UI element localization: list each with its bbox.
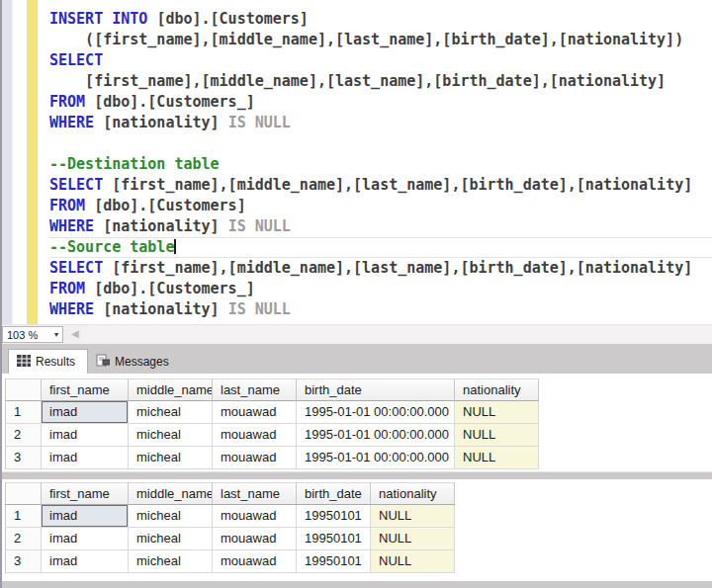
- code-area[interactable]: INSERT INTO [dbo].[Customers] ([first_na…: [49, 9, 712, 320]
- code-token: IS NULL: [228, 300, 291, 318]
- table-row: 2imadmichealmouawad19950101NULL: [5, 528, 455, 550]
- tab-results[interactable]: Results: [8, 349, 88, 374]
- bottom-strip: [2, 581, 712, 588]
- grid-cell[interactable]: 19950101: [297, 528, 371, 550]
- row-number[interactable]: 3: [5, 550, 42, 573]
- tab-results-label: Results: [36, 355, 75, 369]
- grid-cell[interactable]: 19950101: [297, 505, 371, 528]
- zoom-level-dropdown[interactable]: 103 % ▾: [2, 326, 63, 343]
- grid-cell[interactable]: mouawad: [213, 550, 297, 573]
- grid-cell[interactable]: mouawad: [213, 447, 297, 469]
- messages-icon: [96, 354, 110, 370]
- grid-cell[interactable]: micheal: [129, 505, 213, 528]
- code-line: SELECT [first_name],[middle_name],[last_…: [49, 258, 712, 279]
- grid-cell[interactable]: mouawad: [213, 528, 297, 550]
- tab-messages[interactable]: Messages: [88, 349, 181, 374]
- grid-cell[interactable]: imad: [42, 550, 129, 573]
- grid-splitter[interactable]: [2, 471, 712, 479]
- column-header-first_name[interactable]: first_name: [42, 482, 129, 505]
- code-token: IS NULL: [228, 114, 291, 131]
- grid-header-row: first_namemiddle_namelast_namebirth_date…: [5, 482, 455, 505]
- grid-cell[interactable]: 1995-01-01 00:00:00.000: [297, 401, 455, 424]
- code-line: [49, 133, 712, 154]
- grid-cell[interactable]: 1995-01-01 00:00:00.000: [297, 447, 455, 469]
- select-all-corner[interactable]: [5, 482, 42, 505]
- grid-cell[interactable]: NULL: [455, 401, 539, 424]
- row-number[interactable]: 2: [5, 528, 42, 550]
- table-row: 1imadmichealmouawad19950101NULL: [5, 505, 455, 528]
- grid-cell[interactable]: mouawad: [213, 401, 297, 424]
- code-token: FROM: [49, 280, 94, 297]
- code-line: FROM [dbo].[Customers_]: [49, 92, 712, 113]
- editor-bottom-bar: 103 % ▾ ◀: [2, 324, 712, 344]
- tab-messages-label: Messages: [115, 355, 169, 369]
- column-header-middle_name[interactable]: middle_name: [129, 482, 213, 505]
- grid-cell[interactable]: NULL: [455, 447, 539, 469]
- column-header-last_name[interactable]: last_name: [213, 482, 297, 505]
- grid-cell[interactable]: imad: [42, 505, 129, 528]
- editor-margin: [2, 0, 13, 324]
- row-number[interactable]: 1: [5, 505, 42, 528]
- code-token: WHERE: [49, 300, 103, 318]
- table-row: 2imadmichealmouawad1995-01-01 00:00:00.0…: [5, 424, 539, 447]
- row-number[interactable]: 3: [5, 447, 42, 469]
- code-line: [first_name],[middle_name],[last_name],[…: [49, 71, 712, 92]
- grid-cell[interactable]: micheal: [129, 424, 213, 447]
- grid-cell[interactable]: micheal: [129, 528, 213, 550]
- grid-cell[interactable]: mouawad: [213, 424, 297, 447]
- grid-cell[interactable]: 19950101: [297, 550, 371, 573]
- grid-header-row: first_namemiddle_namelast_namebirth_date…: [5, 378, 539, 401]
- grid-cell[interactable]: imad: [42, 401, 129, 424]
- code-token: [nationality]: [103, 300, 227, 318]
- sql-editor[interactable]: INSERT INTO [dbo].[Customers] ([first_na…: [2, 0, 712, 324]
- grid-cell[interactable]: micheal: [129, 447, 213, 469]
- results-grid-source: first_namemiddle_namelast_namebirth_date…: [5, 482, 455, 573]
- horizontal-scrollbar[interactable]: [81, 327, 712, 342]
- grid-cell[interactable]: mouawad: [213, 505, 297, 528]
- column-header-middle_name[interactable]: middle_name: [129, 378, 213, 401]
- code-line: WHERE [nationality] IS NULL: [49, 113, 712, 133]
- grid-cell[interactable]: micheal: [129, 550, 213, 573]
- grid-cell[interactable]: NULL: [371, 505, 455, 528]
- code-line: FROM [dbo].[Customers]: [49, 196, 712, 216]
- table-row: 3imadmichealmouawad1995-01-01 00:00:00.0…: [5, 447, 539, 469]
- code-token: [first_name],[middle_name],[last_name],[…: [49, 72, 666, 90]
- grid-cell[interactable]: imad: [42, 447, 129, 469]
- grid-cell[interactable]: NULL: [371, 528, 455, 550]
- code-line: --Destination table: [49, 154, 712, 175]
- grid-cell[interactable]: 1995-01-01 00:00:00.000: [297, 424, 455, 447]
- grid-cell[interactable]: imad: [42, 424, 129, 447]
- code-token: WHERE: [49, 114, 103, 131]
- grid-cell[interactable]: NULL: [455, 424, 539, 447]
- row-number[interactable]: 2: [5, 424, 42, 447]
- code-token: --Destination table: [49, 155, 220, 173]
- code-token: SELECT: [49, 176, 112, 194]
- results-grid-destination: first_namemiddle_namelast_namebirth_date…: [5, 378, 539, 469]
- scrollbar-left-arrow-icon[interactable]: ◀: [71, 328, 79, 339]
- column-header-first_name[interactable]: first_name: [42, 378, 129, 401]
- results-grid-icon: [17, 355, 31, 370]
- column-header-birth_date[interactable]: birth_date: [297, 378, 455, 401]
- code-token: [nationality]: [103, 114, 227, 131]
- table-row: 1imadmichealmouawad1995-01-01 00:00:00.0…: [5, 401, 539, 424]
- column-header-birth_date[interactable]: birth_date: [297, 482, 371, 505]
- grid-cell[interactable]: imad: [42, 528, 129, 550]
- code-line: FROM [dbo].[Customers_]: [49, 279, 712, 299]
- select-all-corner[interactable]: [5, 378, 42, 401]
- column-header-nationality[interactable]: nationality: [455, 378, 539, 401]
- grid-cell[interactable]: micheal: [129, 401, 213, 424]
- text-cursor: [174, 239, 176, 254]
- table-row: 3imadmichealmouawad19950101NULL: [5, 550, 455, 573]
- code-line: INSERT INTO [dbo].[Customers]: [49, 9, 712, 30]
- code-token: [dbo].[Customers]: [156, 10, 309, 28]
- change-tracking-bar: [27, 0, 38, 324]
- row-number[interactable]: 1: [5, 401, 42, 424]
- column-header-last_name[interactable]: last_name: [213, 378, 297, 401]
- grid-cell[interactable]: NULL: [371, 550, 455, 573]
- code-line: --Source table: [49, 237, 712, 258]
- results-panel: first_namemiddle_namelast_namebirth_date…: [2, 374, 712, 588]
- code-token: [first_name],[middle_name],[last_name],[…: [112, 176, 692, 194]
- code-token: [dbo].[Customers_]: [94, 280, 255, 297]
- code-token: [first_name],[middle_name],[last_name],[…: [112, 259, 692, 277]
- column-header-nationality[interactable]: nationality: [371, 482, 455, 505]
